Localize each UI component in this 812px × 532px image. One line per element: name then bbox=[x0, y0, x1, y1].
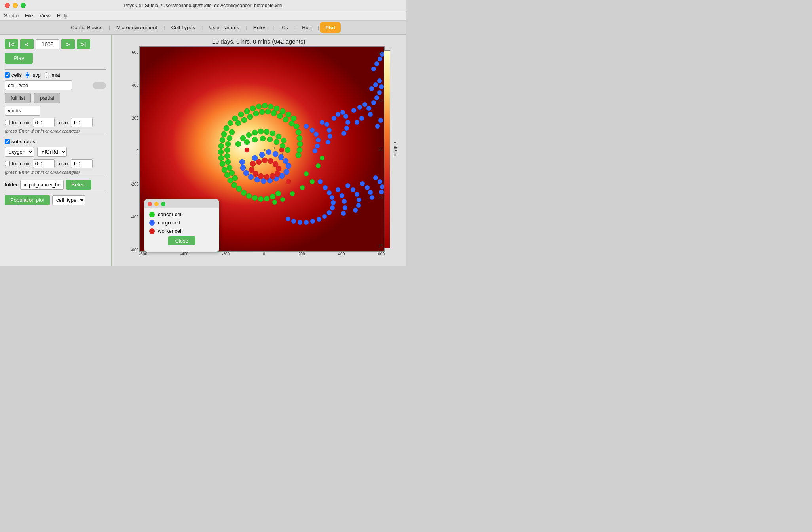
svg-point-157 bbox=[355, 192, 359, 197]
svg-point-161 bbox=[360, 181, 365, 186]
play-button[interactable]: Play bbox=[5, 53, 33, 64]
colormap-input[interactable] bbox=[5, 106, 40, 116]
cmin-input-1[interactable] bbox=[33, 118, 55, 127]
svg-point-128 bbox=[373, 82, 378, 87]
cell-type-toggle[interactable] bbox=[93, 82, 106, 89]
full-list-button[interactable]: full list bbox=[5, 93, 31, 103]
mat-radio-label[interactable]: .mat bbox=[44, 72, 60, 78]
svg-point-45 bbox=[241, 190, 247, 196]
menu-view[interactable]: View bbox=[40, 13, 51, 19]
svg-point-6 bbox=[262, 103, 268, 108]
legend-min-icon[interactable] bbox=[154, 202, 159, 206]
titlebar: PhysiCell Studio: /Users/heiland/git/stu… bbox=[0, 0, 406, 11]
legend-max-icon[interactable] bbox=[161, 202, 165, 206]
svg-point-55 bbox=[297, 147, 302, 153]
svg-point-183 bbox=[286, 179, 291, 184]
svg-point-60 bbox=[290, 191, 295, 196]
svg-point-8 bbox=[274, 106, 279, 111]
colormap2-select[interactable]: YlOrRd bbox=[37, 147, 67, 157]
substrates-checkbox[interactable] bbox=[5, 139, 10, 144]
svg-point-83 bbox=[266, 149, 271, 155]
svg-point-158 bbox=[357, 198, 361, 202]
cell-type-dropdown[interactable]: cell_type bbox=[52, 195, 85, 205]
list-buttons-row: full list partial bbox=[5, 93, 106, 103]
svg-point-88 bbox=[284, 169, 289, 175]
select-button[interactable]: Select bbox=[66, 180, 91, 190]
cells-checkbox[interactable] bbox=[5, 72, 10, 78]
population-plot-button[interactable]: Population plot bbox=[5, 195, 50, 205]
svg-radio-label[interactable]: .svg bbox=[25, 72, 41, 78]
svg-point-75 bbox=[252, 137, 258, 142]
svg-point-106 bbox=[327, 128, 332, 133]
partial-button[interactable]: partial bbox=[34, 93, 60, 103]
oxygen-select[interactable]: oxygen bbox=[5, 147, 34, 157]
fix-checkbox-1[interactable] bbox=[5, 120, 10, 125]
svg-point-50 bbox=[270, 194, 275, 200]
svg-point-49 bbox=[264, 196, 269, 201]
tab-cell-types[interactable]: Cell Types bbox=[166, 22, 201, 33]
svg-point-36 bbox=[227, 135, 232, 141]
fix-row-1: fix: cmin cmax bbox=[5, 118, 106, 127]
svg-point-144 bbox=[317, 217, 321, 222]
tab-ics[interactable]: ICs bbox=[275, 22, 294, 33]
fix-cmin-label-2: fix: cmin bbox=[12, 161, 31, 167]
svg-point-100 bbox=[314, 132, 319, 137]
svg-point-129 bbox=[369, 86, 374, 91]
svg-point-53 bbox=[297, 135, 302, 141]
svg-point-70 bbox=[270, 131, 275, 136]
svg-point-159 bbox=[356, 203, 361, 208]
svg-point-109 bbox=[332, 116, 336, 121]
svg-point-30 bbox=[220, 161, 225, 167]
menu-file[interactable]: File bbox=[25, 13, 33, 19]
svg-point-3 bbox=[244, 108, 250, 114]
svg-point-150 bbox=[336, 187, 340, 192]
menu-help[interactable]: Help bbox=[57, 13, 68, 19]
svg-point-146 bbox=[304, 220, 309, 225]
cmax-input-2[interactable] bbox=[71, 159, 93, 168]
population-plot-row: Population plot cell_type bbox=[5, 195, 106, 205]
cmax-input-1[interactable] bbox=[71, 118, 93, 127]
last-frame-button[interactable]: >| bbox=[77, 39, 90, 49]
next-frame-button[interactable]: > bbox=[61, 39, 75, 49]
tab-microenvironment[interactable]: Microenvironment bbox=[111, 22, 163, 33]
mat-radio[interactable] bbox=[44, 72, 49, 78]
svg-point-165 bbox=[373, 175, 378, 180]
svg-point-85 bbox=[278, 154, 284, 160]
svg-point-154 bbox=[341, 211, 346, 216]
close-icon[interactable] bbox=[5, 3, 10, 8]
tab-plot[interactable]: Plot bbox=[320, 22, 341, 33]
svg-point-39 bbox=[224, 153, 230, 159]
folder-input[interactable] bbox=[20, 180, 64, 190]
svg-point-41 bbox=[227, 165, 232, 171]
svg-point-103 bbox=[313, 148, 317, 153]
svg-point-69 bbox=[264, 129, 269, 135]
svg-radio[interactable] bbox=[25, 72, 30, 78]
svg-point-152 bbox=[342, 199, 347, 204]
cells-checkbox-label[interactable]: cells bbox=[5, 72, 22, 78]
frame-input[interactable] bbox=[36, 39, 59, 49]
tab-config-basics[interactable]: Config Basics bbox=[65, 22, 108, 33]
worker-cell-dot bbox=[149, 228, 155, 234]
folder-row: folder Select bbox=[5, 180, 106, 190]
cell-type-input[interactable] bbox=[5, 80, 72, 90]
fix-checkbox-2[interactable] bbox=[5, 161, 10, 166]
minimize-icon[interactable] bbox=[13, 3, 18, 8]
legend-close-btn-icon[interactable] bbox=[148, 202, 152, 206]
svg-point-77 bbox=[267, 137, 273, 142]
svg-point-174 bbox=[276, 166, 281, 171]
legend-close-button[interactable]: Close bbox=[168, 236, 195, 245]
substrates-checkbox-label[interactable]: substrates bbox=[5, 139, 35, 144]
tab-run[interactable]: Run bbox=[296, 22, 317, 33]
tab-rules[interactable]: Rules bbox=[248, 22, 272, 33]
colorbar: 35 30 25 20 15 oxygen bbox=[378, 46, 398, 252]
mat-label: .mat bbox=[50, 72, 60, 78]
maximize-icon[interactable] bbox=[21, 3, 26, 8]
svg-point-44 bbox=[236, 186, 242, 192]
tab-user-params[interactable]: User Params bbox=[203, 22, 245, 33]
cmin-input-2[interactable] bbox=[33, 159, 55, 168]
first-frame-button[interactable]: |< bbox=[5, 39, 18, 49]
svg-point-15 bbox=[247, 114, 253, 120]
menu-studio[interactable]: Studio bbox=[4, 13, 19, 19]
prev-frame-button[interactable]: < bbox=[20, 39, 34, 49]
svg-point-113 bbox=[345, 120, 350, 125]
